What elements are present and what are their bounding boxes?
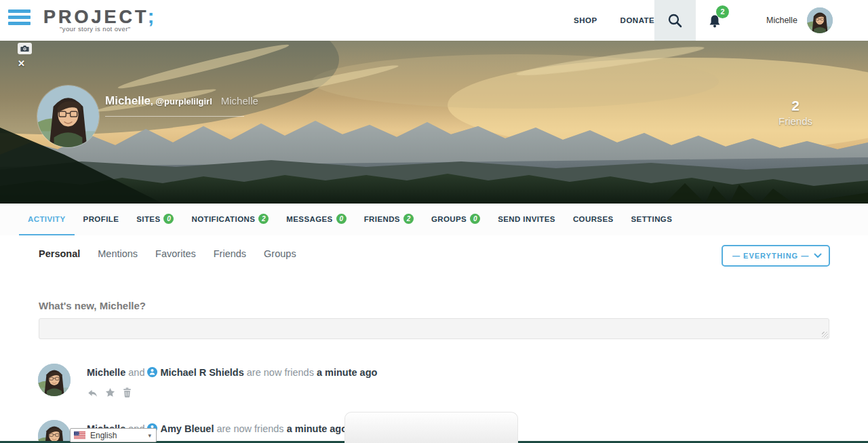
profile-avatar[interactable] [37,85,99,147]
whats-new-prompt: What's new, Michelle? [39,300,146,311]
language-selector[interactable]: English ▾ [70,428,157,442]
target-link[interactable]: Michael R Shields [160,367,243,378]
target-link[interactable]: Amy Bleuel [160,423,214,434]
activity-avatar[interactable] [38,420,71,443]
activity-avatar[interactable] [38,364,71,396]
messages-count-badge: 0 [336,214,347,224]
delete-button[interactable] [123,387,132,398]
logo-wordmark: PROJECT; [43,5,155,28]
bottom-overlay-panel [344,412,518,443]
cover-landscape-image [0,41,868,204]
notification-count-badge: 2 [716,5,729,18]
activity-filter-dropdown[interactable]: — EVERYTHING — [722,245,830,267]
status-composer [39,318,829,339]
tab-messages[interactable]: MESSAGES0 [277,204,355,235]
language-caret-icon: ▾ [148,432,151,439]
activity-timestamp[interactable]: a minute ago [287,423,347,434]
notifications-count-badge: 2 [258,214,269,224]
profile-name: Michelle [105,94,151,107]
profile-name-divider [105,116,244,117]
tab-friends[interactable]: FRIENDS2 [355,204,422,235]
search-button[interactable] [654,0,696,41]
notifications-button[interactable]: 2 [701,0,732,41]
tab-activity[interactable]: ACTIVITY [19,204,75,235]
tab-send-invites[interactable]: SEND INVITES [489,204,564,235]
remove-cover-button[interactable]: ✕ [18,58,25,69]
filter-selected-value: — EVERYTHING — [732,252,809,260]
tab-settings[interactable]: SETTINGS [623,204,682,235]
page: PROJECT; "your story is not over" SHOP D… [0,0,868,443]
friends-count: 2 [762,98,829,114]
friends-count-widget[interactable]: 2 Friends [762,98,829,127]
tab-groups[interactable]: GROUPS0 [422,204,489,235]
profile-name-secondary: Michelle [221,95,258,107]
reply-icon [87,388,98,398]
activity-actions [87,387,765,398]
subtab-mentions[interactable]: Mentions [98,248,138,259]
activity-timestamp[interactable]: a minute ago [317,367,377,378]
semicolon-icon: ; [148,5,155,27]
actor-link[interactable]: Michelle [87,367,125,378]
subtab-favorites[interactable]: Favorites [155,248,196,259]
cover-photo: ✕ Michelle, @purplelilgirl Michelle 2 Fr… [0,41,868,204]
donate-link[interactable]: DONATE [620,16,655,24]
profile-name-block: Michelle, @purplelilgirl Michelle [105,94,258,108]
profile-tabs: ACTIVITY PROFILE SITES0 NOTIFICATIONS2 M… [0,204,868,235]
sites-count-badge: 0 [163,214,174,224]
trash-icon [123,387,132,398]
profile-handle: , @purplelilgirl [151,96,212,107]
camera-icon [20,45,29,52]
close-x-icon: ✕ [18,58,25,69]
member-type-icon [147,367,157,377]
chevron-down-icon [814,253,822,258]
friends-count-badge: 2 [403,214,414,224]
friends-label: Friends [762,115,829,127]
site-logo[interactable]: PROJECT; "your story is not over" [43,5,155,33]
tab-profile[interactable]: PROFILE [75,204,128,235]
language-label: English [90,431,117,440]
tab-notifications[interactable]: NOTIFICATIONS2 [182,204,277,235]
header-user-avatar [807,7,833,33]
favorite-button[interactable] [105,387,115,398]
subtab-personal[interactable]: Personal [39,248,80,259]
tab-courses[interactable]: COURSES [564,204,623,235]
subtab-friends[interactable]: Friends [214,248,246,259]
change-cover-button[interactable] [18,43,32,54]
activity-text: Michelle and Michael R Shields are now f… [87,367,765,378]
shop-link[interactable]: SHOP [574,16,597,24]
reply-button[interactable] [87,388,98,398]
user-menu[interactable]: Michelle [766,0,833,41]
menu-hamburger-icon[interactable] [8,9,31,27]
header-nav: SHOP DONATE [574,0,654,41]
subtab-groups[interactable]: Groups [264,248,296,259]
activity-subtabs: Personal Mentions Favorites Friends Grou… [39,248,296,259]
header-user-name: Michelle [766,16,797,25]
top-header: PROJECT; "your story is not over" SHOP D… [0,0,868,41]
whats-new-input[interactable] [39,318,829,339]
star-icon [105,387,115,398]
search-icon [667,13,683,28]
groups-count-badge: 0 [470,214,480,224]
tab-sites[interactable]: SITES0 [127,204,182,235]
us-flag-icon [74,431,85,439]
